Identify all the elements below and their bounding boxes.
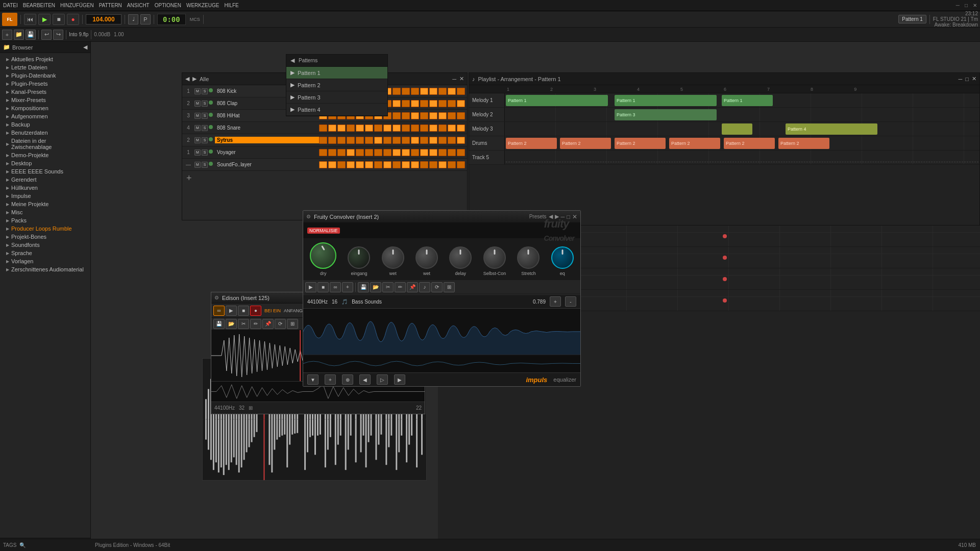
knob-eq[interactable] (551, 246, 574, 269)
conv-bt-plus2[interactable]: ⊕ (342, 374, 353, 385)
pad-3-14[interactable] (448, 124, 456, 132)
et-open[interactable]: 📂 (226, 319, 237, 329)
playlist-minimize[interactable]: ─ (959, 76, 963, 82)
bpm-display[interactable]: 104.000 (86, 14, 121, 24)
sidebar-item-19[interactable]: ▶Packs (0, 216, 90, 224)
ch-mute-0[interactable]: M (194, 88, 201, 94)
pad-6-4[interactable] (356, 161, 364, 168)
pad-0-12[interactable] (429, 88, 437, 95)
ch-name-5[interactable]: Voyager (215, 149, 319, 155)
et-save[interactable]: 💾 (213, 319, 225, 329)
ch-mute-4[interactable]: M (194, 137, 201, 143)
pad-6-6[interactable] (374, 161, 382, 168)
pad-5-2[interactable] (337, 149, 346, 156)
pad-4-10[interactable] (411, 137, 419, 144)
et-pin[interactable]: 📌 (262, 319, 274, 329)
sidebar-item-0[interactable]: ▶Aktuelles Projekt (0, 55, 90, 63)
sidebar-item-14[interactable]: ▶Gerendert (0, 176, 90, 184)
pad-6-0[interactable] (319, 161, 327, 168)
menu-bearbeiten[interactable]: BEARBEITEN (23, 3, 55, 8)
menu-hinzufugen[interactable]: HINZUFÜGEN (60, 3, 94, 8)
sidebar-collapse-btn[interactable]: ◀ (83, 44, 87, 51)
pad-6-3[interactable] (347, 161, 355, 168)
sidebar-item-13[interactable]: ▶EEEE EEEE Sounds (0, 167, 90, 176)
pad-0-9[interactable] (402, 88, 410, 95)
knob-wet1[interactable] (382, 246, 404, 269)
conv-bt-nav2[interactable]: ▷ (377, 374, 388, 385)
pad-5-14[interactable] (448, 149, 456, 156)
pad-4-2[interactable] (337, 137, 346, 144)
cr-all-btn[interactable]: Alle (200, 76, 209, 82)
ch-solo-2[interactable]: S (202, 113, 208, 119)
pad-3-0[interactable] (319, 124, 327, 132)
sidebar-item-10[interactable]: ▶Dateien in der Zwischenablage (0, 137, 90, 151)
conv-tool-save[interactable]: 💾 (358, 282, 369, 292)
pad-2-10[interactable] (411, 112, 419, 119)
metronome-btn[interactable]: ♩ (128, 14, 138, 24)
sidebar-item-25[interactable]: ▶Zerschnittenes Audiomaterial (0, 265, 90, 273)
block-drums-3[interactable]: Pattern 2 (615, 138, 666, 149)
sidebar-item-23[interactable]: ▶Sprache (0, 249, 90, 257)
pad-4-4[interactable] (356, 137, 364, 144)
knob-wet2[interactable] (415, 246, 438, 269)
pad-6-5[interactable] (365, 161, 373, 168)
block-drums-2[interactable]: Pattern 2 (560, 138, 611, 149)
eq-label[interactable]: equalizer (553, 377, 576, 383)
block-melody2-1[interactable]: Pattern 3 (615, 109, 717, 120)
block-pattern1-m1-3[interactable]: Pattern 1 (722, 95, 773, 106)
conv-tool-note[interactable]: ♪ (419, 282, 430, 292)
ch-mute-3[interactable]: M (194, 125, 201, 131)
pad-4-1[interactable] (328, 137, 336, 144)
ch-name-3[interactable]: 808 Snare (215, 125, 319, 131)
pad-6-15[interactable] (457, 161, 465, 168)
et-edit[interactable]: ✏ (250, 319, 261, 329)
knob-delay[interactable] (449, 246, 472, 269)
edison-stop-btn[interactable]: ■ (238, 306, 249, 316)
pad-2-12[interactable] (429, 112, 437, 119)
block-pattern1-m1[interactable]: Pattern 1 (506, 95, 608, 106)
pad-4-12[interactable] (429, 137, 437, 144)
cr-nav-left[interactable]: ◀ (185, 76, 189, 82)
new-btn[interactable]: + (2, 30, 12, 40)
pad-3-15[interactable] (457, 124, 465, 132)
conv-tool-open[interactable]: 📂 (370, 282, 381, 292)
pad-4-8[interactable] (393, 137, 401, 144)
pad-6-13[interactable] (438, 161, 447, 168)
sidebar-item-9[interactable]: ▶Benutzerdaten (0, 129, 90, 137)
transport-record[interactable]: ● (67, 14, 79, 25)
pad-5-5[interactable] (365, 149, 373, 156)
pad-5-8[interactable] (393, 149, 401, 156)
pad-4-6[interactable] (374, 137, 382, 144)
conv-bt-nav3[interactable]: ▶ (394, 374, 405, 385)
pad-0-13[interactable] (438, 88, 447, 95)
pad-6-1[interactable] (328, 161, 336, 168)
menu-optionen[interactable]: OPTIONEN (155, 3, 181, 8)
transport-rewind[interactable]: ⏮ (24, 14, 36, 25)
et-loop[interactable]: ⟳ (275, 319, 286, 329)
pad-2-14[interactable] (448, 112, 456, 119)
pad-5-7[interactable] (383, 149, 391, 156)
track-content-melody3[interactable]: Pattern 4 (505, 122, 979, 136)
pad-4-5[interactable] (365, 137, 373, 144)
conv-tool-play[interactable]: ▶ (305, 282, 316, 292)
pad-3-13[interactable] (438, 124, 447, 132)
pad-5-11[interactable] (420, 149, 428, 156)
pad-5-3[interactable] (347, 149, 355, 156)
knob-stretch[interactable] (517, 246, 540, 269)
pad-0-10[interactable] (411, 88, 419, 95)
conv-bt-zoom[interactable]: + (325, 374, 336, 385)
ch-mute-6[interactable]: M (194, 162, 201, 168)
pad-6-2[interactable] (337, 161, 346, 168)
track-content-melody1[interactable]: Pattern 1 Pattern 1 Pattern 1 (505, 93, 979, 107)
knob-eingang[interactable] (348, 246, 370, 269)
pad-3-4[interactable] (356, 124, 364, 132)
pad-3-3[interactable] (347, 124, 355, 132)
ch-mute-5[interactable]: M (194, 149, 201, 156)
open-btn[interactable]: 📁 (14, 30, 24, 40)
ch-solo-1[interactable]: S (202, 101, 208, 107)
block-melody3-1[interactable] (722, 123, 752, 135)
conv-tool-edit[interactable]: ✏ (395, 282, 406, 292)
tags-search-icon[interactable]: 🔍 (19, 542, 26, 548)
pad-0-11[interactable] (420, 88, 428, 95)
redo-btn[interactable]: ↪ (53, 30, 63, 40)
